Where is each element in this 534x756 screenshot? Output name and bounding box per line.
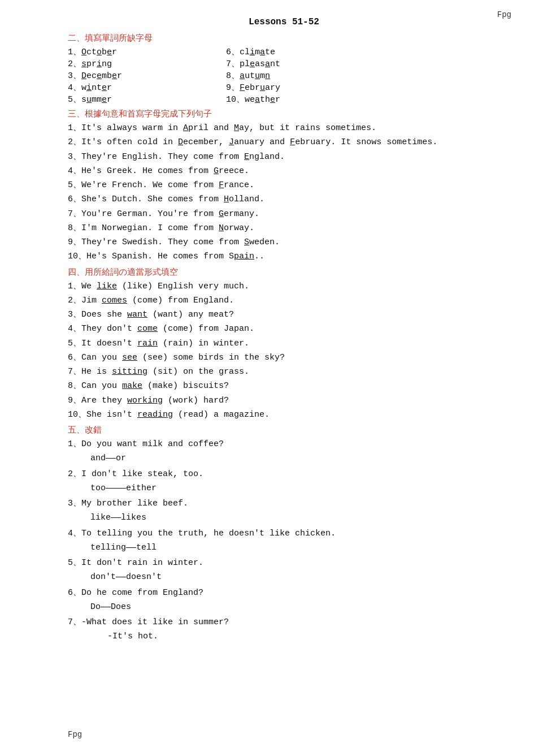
correction-item: 3、My brother like beef. like——likes xyxy=(68,497,500,525)
list-item: 8、autumn xyxy=(226,70,500,81)
correction-item: 1、Do you want milk and coffee? and——or xyxy=(68,438,500,465)
list-item: 10、He's Spanish. He comes from Spain.. xyxy=(68,250,500,263)
list-item: 7、You're German. You're from Germany. xyxy=(68,208,500,221)
list-item: 4、To telling you the truth, he doesn't l… xyxy=(68,527,500,540)
section4-content: 1、We like (like) English very much. 2、Ji… xyxy=(68,280,500,422)
list-item: 2、Jim comes (come) from England. xyxy=(68,294,500,307)
list-item: 3、Does she want (want) any meat? xyxy=(68,308,500,321)
list-item: 7、-What does it like in summer? xyxy=(68,616,500,629)
list-item: 6、climate xyxy=(226,46,500,58)
list-item: 5、It doesn't rain (rain) in winter. xyxy=(68,337,500,350)
section5-header: 五、改錯 xyxy=(68,425,500,435)
section2-header: 二、填寫單詞所缺字母 xyxy=(68,33,500,44)
list-item: 1、October xyxy=(68,46,226,58)
section2-col2: 6、climate 7、pleasant 8、autumn 9、February… xyxy=(226,46,500,105)
list-item: 8、I'm Norwegian. I come from Norway. xyxy=(68,222,500,235)
correction-answer: and——or xyxy=(90,452,500,465)
fpg-top-label: Fpg xyxy=(497,10,511,19)
list-item: 6、She's Dutch. She comes from Holland. xyxy=(68,193,500,206)
section2-content: 1、October 2、spring 3、December 4、winter 5… xyxy=(68,46,500,105)
correction-answer: -It's hot. xyxy=(90,630,500,643)
section3-content: 1、It's always warm in April and May, but… xyxy=(68,122,500,263)
list-item: 6、Can you see (see) some birds in the sk… xyxy=(68,351,500,364)
list-item: 9、They're Swedish. They come from Sweden… xyxy=(68,236,500,249)
correction-answer: Do——Does xyxy=(90,601,500,614)
list-item: 3、My brother like beef. xyxy=(68,497,500,510)
correction-item: 5、It don't rain in winter. don't——doesn'… xyxy=(68,556,500,584)
correction-answer: don't——doesn't xyxy=(90,571,500,584)
correction-answer: like——likes xyxy=(90,511,500,524)
list-item: 4、He's Greek. He comes from Greece. xyxy=(68,165,500,178)
list-item: 1、We like (like) English very much. xyxy=(68,280,500,293)
list-item: 9、Are they working (work) hard? xyxy=(68,394,500,407)
list-item: 5、It don't rain in winter. xyxy=(68,556,500,569)
section5-content: 1、Do you want milk and coffee? and——or 2… xyxy=(68,438,500,643)
correction-item: 6、Do he come from England? Do——Does xyxy=(68,586,500,614)
list-item: 1、It's always warm in April and May, but… xyxy=(68,122,500,135)
list-item: 10、She isn't reading (read) a magazine. xyxy=(68,408,500,421)
section4-header: 四、用所給詞の適當形式填空 xyxy=(68,267,500,278)
list-item: 5、We're French. We come from France. xyxy=(68,179,500,192)
list-item: 3、December xyxy=(68,70,226,81)
correction-item: 7、-What does it like in summer? -It's ho… xyxy=(68,616,500,643)
list-item: 5、summer xyxy=(68,93,226,105)
correction-answer: too————either xyxy=(90,482,500,495)
fpg-bottom-label: Fpg xyxy=(68,730,82,739)
list-item: 8、Can you make (make) biscuits? xyxy=(68,379,500,392)
list-item: 2、spring xyxy=(68,58,226,70)
page-title: Lessons 51-52 xyxy=(68,17,500,27)
list-item: 2、It's often cold in December, January a… xyxy=(68,136,500,149)
list-item: 9、February xyxy=(226,81,500,93)
list-item: 6、Do he come from England? xyxy=(68,586,500,599)
correction-answer: telling——tell xyxy=(90,541,500,554)
list-item: 7、pleasant xyxy=(226,58,500,70)
correction-item: 4、To telling you the truth, he doesn't l… xyxy=(68,527,500,555)
list-item: 3、They're English. They come from Englan… xyxy=(68,150,500,163)
list-item: 4、They don't come (come) from Japan. xyxy=(68,322,500,335)
section3-header: 三、根據句意和首寫字母完成下列句子 xyxy=(68,109,500,119)
list-item: 1、Do you want milk and coffee? xyxy=(68,438,500,451)
list-item: 7、He is sitting (sit) on the grass. xyxy=(68,365,500,378)
section2-col1: 1、October 2、spring 3、December 4、winter 5… xyxy=(68,46,226,105)
correction-item: 2、I don't like steak, too. too————either xyxy=(68,468,500,495)
list-item: 4、winter xyxy=(68,81,226,93)
list-item: 10、weather xyxy=(226,93,500,105)
list-item: 2、I don't like steak, too. xyxy=(68,468,500,481)
